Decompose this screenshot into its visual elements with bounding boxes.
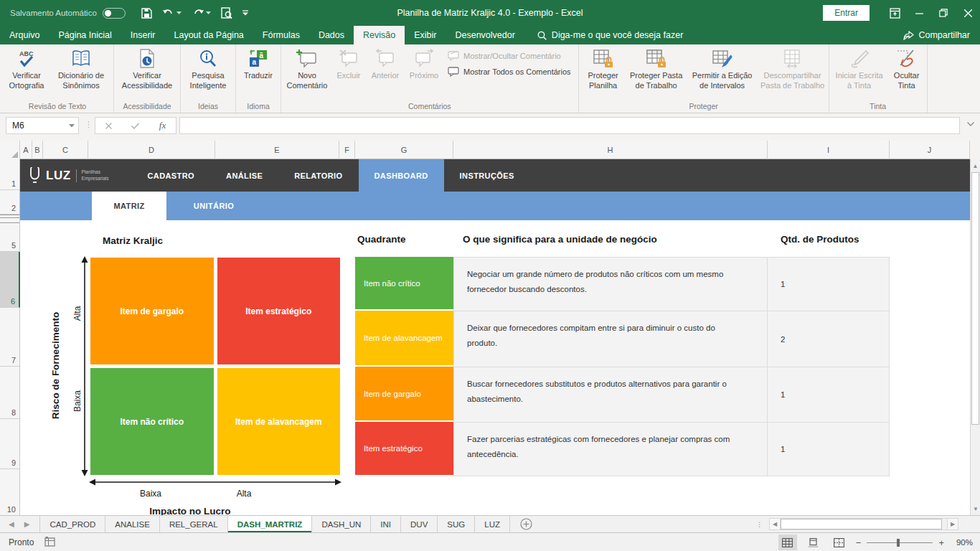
sheet-next-icon[interactable]: ▶	[24, 520, 30, 528]
new-sheet-icon[interactable]	[520, 516, 532, 532]
vertical-scrollbar-thumb[interactable]	[971, 172, 979, 425]
undo-icon[interactable]	[162, 8, 182, 18]
tab-pagina-inicial[interactable]: Página Inicial	[49, 26, 121, 44]
sheet-prev-icon[interactable]: ◀	[9, 520, 14, 528]
nav-cadastro[interactable]: CADASTRO	[131, 159, 210, 192]
minimize-button[interactable]	[907, 0, 931, 26]
new-comment-button[interactable]: Novo Comentário	[283, 45, 331, 91]
protect-workbook-button[interactable]: Proteger Pasta de Trabalho	[626, 45, 687, 91]
page-layout-view-icon[interactable]	[804, 534, 823, 550]
insert-function-icon[interactable]: fx	[159, 120, 166, 131]
sheet-tab-dash-martriz[interactable]: DASH_MARTRIZ	[228, 516, 313, 532]
next-comment-button[interactable]: Próximo	[405, 45, 443, 81]
sheet-tab-cad-prod[interactable]: CAD_PROD	[40, 516, 105, 532]
subnav-unitario[interactable]: UNITÁRIO	[176, 192, 251, 220]
previous-comment-button[interactable]: Anterior	[366, 45, 405, 81]
protect-sheet-button[interactable]: Proteger Planilha	[580, 45, 626, 91]
scrollbar-grip[interactable]: ⋮	[756, 521, 763, 528]
zoom-in-icon[interactable]: +	[938, 537, 944, 548]
column-header-g[interactable]: G	[355, 141, 453, 159]
zoom-slider-thumb[interactable]	[897, 539, 900, 547]
column-header-i[interactable]: I	[768, 141, 890, 159]
normal-view-icon[interactable]	[778, 534, 797, 550]
allow-edit-ranges-button[interactable]: Permitir a Edição de Intervalos	[687, 45, 758, 91]
name-box-dropdown-icon[interactable]	[69, 124, 75, 128]
formula-input[interactable]	[179, 117, 960, 134]
zoom-out-icon[interactable]: −	[856, 537, 862, 548]
row-header-6[interactable]: 6	[0, 252, 20, 308]
column-header-a[interactable]: A	[20, 141, 32, 159]
tab-arquivo[interactable]: Arquivo	[0, 26, 49, 44]
print-preview-icon[interactable]	[221, 7, 232, 19]
column-header-b[interactable]: B	[32, 141, 43, 159]
autosave-toggle[interactable]	[103, 8, 126, 19]
tab-dados[interactable]: Dados	[309, 26, 354, 44]
sheet-tab-dash-un[interactable]: DASH_UN	[312, 516, 371, 532]
share-button[interactable]: Compartilhar	[903, 26, 970, 44]
sheet-tab-luz[interactable]: LUZ	[475, 516, 510, 532]
tell-me-search[interactable]: Diga-me o que você deseja fazer	[537, 26, 683, 44]
redo-icon[interactable]	[192, 8, 211, 18]
confirm-entry-icon[interactable]	[131, 123, 139, 129]
tab-formulas[interactable]: Fórmulas	[253, 26, 309, 44]
translate-button[interactable]: ãa Traduzir	[237, 45, 279, 81]
column-header-c[interactable]: C	[43, 141, 88, 159]
sheet-tab-analise[interactable]: ANALISE	[105, 516, 160, 532]
row-header-7[interactable]: 7	[0, 308, 19, 367]
scroll-left-icon[interactable]: ◀	[769, 518, 781, 530]
horizontal-scrollbar[interactable]: ⋮ ◀ ▶	[756, 518, 964, 530]
cancel-entry-icon[interactable]	[105, 123, 112, 129]
show-all-comments-button[interactable]: Mostrar Todos os Comentários	[448, 67, 571, 77]
tab-revisao[interactable]: Revisão	[354, 26, 405, 44]
spell-check-button[interactable]: ABC Verificar Ortografia	[3, 45, 50, 91]
autosave-control[interactable]: Salvamento Automático	[10, 8, 126, 19]
tab-exibir[interactable]: Exibir	[405, 26, 446, 44]
sign-in-button[interactable]: Entrar	[823, 5, 870, 21]
unshare-workbook-button[interactable]: Descompartilhar Pasta de Trabalho	[758, 45, 827, 91]
accessibility-status-icon[interactable]	[44, 537, 55, 547]
vertical-scrollbar[interactable]: ▲ ▼	[970, 159, 980, 515]
name-box[interactable]: M6	[6, 117, 79, 134]
start-inking-button[interactable]: Iniciar Escrita à Tinta	[831, 45, 888, 91]
column-header-f[interactable]: F	[339, 141, 355, 159]
ribbon-display-options-icon[interactable]	[882, 0, 907, 26]
formula-bar-expand-icon[interactable]	[967, 122, 974, 126]
show-hide-comment-button[interactable]: Mostrar/Ocultar Comentário	[448, 51, 571, 61]
row-headers-collapsed-3-4[interactable]	[0, 215, 19, 223]
delete-comment-button[interactable]: Excluir	[331, 45, 366, 81]
thesaurus-button[interactable]: Dicionário de Sinônimos	[50, 45, 112, 91]
nav-analise[interactable]: ANÁLISE	[210, 159, 278, 192]
smart-lookup-button[interactable]: Pesquisa Inteligente	[182, 45, 234, 91]
row-header-5[interactable]: 5	[0, 223, 19, 252]
tab-layout-da-pagina[interactable]: Layout da Página	[164, 26, 253, 44]
customize-qat-icon[interactable]	[242, 10, 248, 16]
sheet-tab-duv[interactable]: DUV	[401, 516, 438, 532]
column-header-h[interactable]: H	[453, 141, 768, 159]
scroll-up-icon[interactable]: ▲	[971, 159, 980, 172]
row-header-2[interactable]: 2	[0, 190, 19, 215]
row-header-10[interactable]: 10	[0, 469, 19, 515]
nav-relatorio[interactable]: RELATORIO	[278, 159, 358, 192]
formula-bar-splitter[interactable]: ⋮	[85, 120, 93, 129]
close-button[interactable]	[956, 0, 980, 26]
column-header-j[interactable]: J	[890, 141, 970, 159]
scroll-right-icon[interactable]: ▶	[947, 518, 958, 530]
subnav-matriz[interactable]: MATRIZ	[92, 192, 166, 220]
check-accessibility-button[interactable]: Verificar Acessibilidade	[116, 45, 179, 91]
column-header-e[interactable]: E	[215, 141, 339, 159]
row-header-8[interactable]: 8	[0, 367, 19, 419]
row-header-1[interactable]: 1	[0, 159, 19, 190]
zoom-slider[interactable]	[867, 542, 933, 543]
restore-button[interactable]	[931, 0, 956, 26]
hide-ink-button[interactable]: Ocultar Tinta	[888, 45, 925, 91]
save-icon[interactable]	[141, 8, 152, 19]
select-all-button[interactable]	[0, 141, 20, 159]
tab-desenvolvedor[interactable]: Desenvolvedor	[446, 26, 524, 44]
sheet-tab-ini[interactable]: INI	[371, 516, 401, 532]
page-break-view-icon[interactable]	[830, 534, 849, 550]
nav-instrucoes[interactable]: INSTRUÇÕES	[444, 159, 530, 192]
column-header-d[interactable]: D	[88, 141, 215, 159]
scroll-down-icon[interactable]: ▼	[971, 502, 980, 515]
sheet-tab-rel-geral[interactable]: REL_GERAL	[160, 516, 228, 532]
tab-inserir[interactable]: Inserir	[121, 26, 165, 44]
